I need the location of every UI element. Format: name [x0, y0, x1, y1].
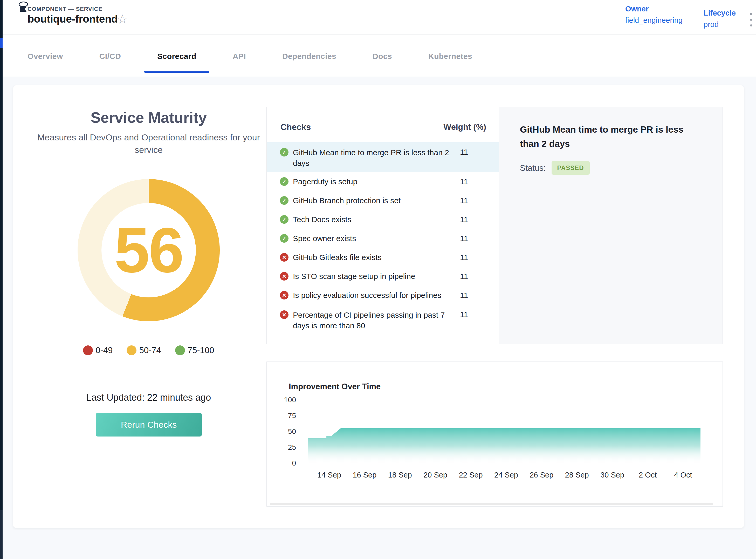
owner-label: Owner: [625, 5, 648, 13]
rerun-checks-button[interactable]: Rerun Checks: [96, 413, 202, 437]
check-failed-icon: ✕: [280, 291, 289, 299]
sidebar-active-indicator: [0, 38, 3, 48]
legend-item-0-49: 0-49: [83, 345, 113, 355]
status-label: Status:: [520, 163, 546, 173]
check-label: GitHub Gitleaks file exists: [293, 252, 459, 263]
area-chart: [308, 400, 701, 464]
logo-fragment-icon: [19, 2, 28, 7]
y-axis-tick: 25: [267, 443, 296, 451]
weight-column-header: Weight (%): [433, 122, 486, 132]
x-axis-tick: 28 Sep: [557, 471, 596, 479]
x-axis-tick: 18 Sep: [381, 471, 419, 479]
sidebar-rail-bottom: [0, 510, 3, 559]
checks-panel: Checks Weight (%) ✓GitHub Mean time to m…: [267, 107, 723, 344]
check-row-github-gitleaks-file-exists[interactable]: ✕GitHub Gitleaks file exists11: [267, 248, 499, 267]
check-label: Is STO scan stage setup in pipeline: [293, 271, 459, 282]
scorecard-title: Service Maturity: [13, 109, 284, 126]
check-passed-icon: ✓: [280, 148, 289, 156]
x-axis-tick: 2 Oct: [628, 471, 667, 479]
tab-bar-container: OverviewCI/CDScorecardAPIDependenciesDoc…: [3, 35, 756, 76]
check-passed-icon: ✓: [280, 196, 289, 205]
check-label: GitHub Branch protection is set: [293, 195, 459, 206]
chart-title: Improvement Over Time: [289, 382, 381, 392]
check-row-pagerduty-is-setup[interactable]: ✓Pagerduty is setup11: [267, 172, 499, 191]
collapsed-sidebar-rail: [0, 0, 3, 559]
tab-scorecard[interactable]: Scorecard: [157, 52, 196, 73]
legend-item-50-74: 50-74: [127, 345, 161, 355]
check-failed-icon: ✕: [280, 253, 289, 262]
check-label: Percentage of CI pipelines passing in pa…: [293, 310, 459, 331]
check-row-spec-owner-exists[interactable]: ✓Spec owner exists11: [267, 229, 499, 248]
x-axis-tick: 20 Sep: [416, 471, 455, 479]
breadcrumb: COMPONENT — SERVICE: [27, 6, 102, 13]
check-weight-value: 11: [460, 215, 468, 224]
x-axis-tick: 24 Sep: [487, 471, 526, 479]
check-label: GitHub Mean time to merge PR is less tha…: [293, 147, 459, 169]
y-axis-tick: 0: [267, 459, 296, 467]
legend-label: 0-49: [95, 345, 113, 355]
legend-dot-icon: [127, 345, 136, 355]
legend-dot-icon: [175, 345, 185, 355]
check-weight-value: 11: [460, 291, 468, 300]
check-detail-pane: GitHub Mean time to merge PR is less tha…: [499, 107, 723, 344]
legend-label: 75-100: [188, 345, 214, 355]
check-weight-value: 11: [460, 253, 468, 262]
scorecard-subtitle: Measures all DevOps and Operational read…: [32, 131, 266, 156]
legend-label: 50-74: [139, 345, 161, 355]
check-failed-icon: ✕: [280, 310, 289, 319]
check-weight-value: 11: [460, 272, 468, 281]
check-label: Is policy evaluation successful for pipe…: [293, 290, 459, 300]
x-axis-tick: 26 Sep: [522, 471, 561, 479]
check-row-github-mean-time-to-merge-pr-is-less-tha[interactable]: ✓GitHub Mean time to merge PR is less th…: [267, 142, 499, 172]
checks-column-header: Checks: [280, 122, 311, 132]
check-weight-value: 11: [460, 177, 468, 186]
scorecard-card: Service Maturity Measures all DevOps and…: [13, 85, 744, 528]
lifecycle-value: prod: [704, 20, 719, 29]
score-value: 56: [77, 179, 220, 321]
tab-ci-cd[interactable]: CI/CD: [99, 52, 121, 73]
check-row-percentage-of-ci-pipelines-passing-in-pa[interactable]: ✕Percentage of CI pipelines passing in p…: [267, 305, 499, 335]
check-passed-icon: ✓: [280, 177, 289, 186]
tab-docs[interactable]: Docs: [372, 52, 392, 73]
status-badge: PASSED: [552, 161, 590, 175]
tab-dependencies[interactable]: Dependencies: [282, 52, 336, 73]
tab-bar: OverviewCI/CDScorecardAPIDependenciesDoc…: [27, 52, 472, 73]
tab-kubernetes[interactable]: Kubernetes: [428, 52, 472, 73]
improvement-chart-panel: Improvement Over Time 100755025014 Sep16…: [267, 361, 723, 507]
chart-horizontal-scrollbar[interactable]: [270, 503, 713, 505]
favorite-star-icon[interactable]: ☆: [117, 13, 128, 25]
check-row-github-branch-protection-is-set[interactable]: ✓GitHub Branch protection is set11: [267, 191, 499, 210]
check-weight-value: 11: [460, 310, 468, 319]
check-passed-icon: ✓: [280, 234, 289, 243]
y-axis-tick: 75: [267, 411, 296, 420]
check-passed-icon: ✓: [280, 215, 289, 224]
last-updated-text: Last Updated: 22 minutes ago: [13, 392, 284, 403]
check-label: Spec owner exists: [293, 233, 459, 244]
legend-dot-icon: [83, 345, 93, 355]
check-weight-value: 11: [460, 148, 468, 156]
score-legend: 0-4950-7475-100: [13, 345, 284, 355]
lifecycle-label: Lifecycle: [704, 9, 736, 17]
check-detail-title: GitHub Mean time to merge PR is less tha…: [520, 122, 704, 151]
check-row-is-policy-evaluation-successful-for-pipe[interactable]: ✕Is policy evaluation successful for pip…: [267, 286, 499, 305]
x-axis-tick: 22 Sep: [452, 471, 490, 479]
x-axis-tick: 4 Oct: [664, 471, 703, 479]
check-row-tech-docs-exists[interactable]: ✓Tech Docs exists11: [267, 210, 499, 229]
checks-list: ✓GitHub Mean time to merge PR is less th…: [267, 142, 499, 335]
x-axis-tick: 30 Sep: [593, 471, 632, 479]
x-axis-tick: 14 Sep: [310, 471, 349, 479]
owner-link[interactable]: field_engineering: [625, 16, 683, 25]
tab-overview[interactable]: Overview: [27, 52, 63, 73]
check-weight-value: 11: [460, 234, 468, 243]
check-row-is-sto-scan-stage-setup-in-pipeline[interactable]: ✕Is STO scan stage setup in pipeline11: [267, 267, 499, 286]
y-axis-tick: 50: [267, 427, 296, 436]
x-axis-tick: 16 Sep: [345, 471, 384, 479]
logo-fragment2-icon: [20, 6, 26, 12]
page-header: COMPONENT — SERVICE boutique-frontend ☆ …: [3, 0, 756, 35]
page-title: boutique-frontend: [27, 13, 118, 25]
more-options-kebab-icon[interactable]: [748, 13, 754, 29]
check-failed-icon: ✕: [280, 272, 289, 281]
scorecard-page: COMPONENT — SERVICE boutique-frontend ☆ …: [0, 0, 756, 559]
y-axis-tick: 100: [267, 396, 296, 404]
tab-api[interactable]: API: [233, 52, 246, 73]
